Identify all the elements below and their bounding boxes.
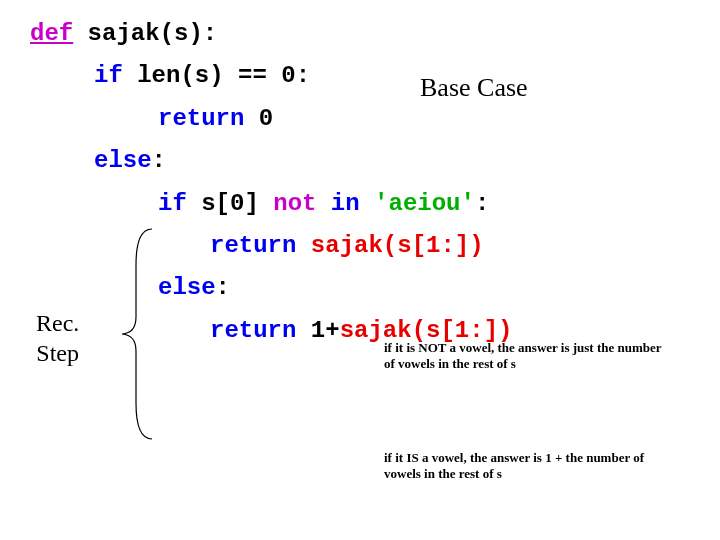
- code-line-if-base: if len(s) == 0:: [30, 60, 690, 92]
- code-line-return-0: return 0: [30, 103, 690, 135]
- kw-def: def: [30, 20, 73, 47]
- code-line-if-vowel: if s[0] not in 'aeiou':: [30, 188, 690, 220]
- str-aeiou: 'aeiou': [360, 190, 475, 217]
- annotation-is-vowel: if it IS a vowel, the answer is 1 + the …: [384, 450, 674, 481]
- retA-call: sajak(s[1:]): [296, 232, 483, 259]
- annotation-base-case: Base Case: [420, 70, 528, 105]
- code-line-else: else:: [30, 145, 690, 177]
- rec-step-line1: Rec.: [36, 310, 79, 336]
- kw-not: not: [273, 190, 316, 217]
- kw-return-a: return: [210, 232, 296, 259]
- kw-else2: else: [158, 274, 216, 301]
- if2-a: s[0]: [187, 190, 273, 217]
- retB-plus: +: [325, 317, 339, 344]
- fn-sig: sajak(s):: [73, 20, 217, 47]
- code-line-def: def sajak(s):: [30, 18, 690, 50]
- kw-in: in: [316, 190, 359, 217]
- brace-icon: [118, 225, 158, 443]
- kw-return-b: return: [210, 317, 296, 344]
- annotation-rec-step: Rec. Step: [36, 308, 79, 368]
- kw-if: if: [94, 62, 123, 89]
- annotation-not-vowel: if it is NOT a vowel, the answer is just…: [384, 340, 674, 371]
- rec-step-line2: Step: [36, 340, 79, 366]
- else2-colon: :: [216, 274, 230, 301]
- if1-cond: len(s) == 0:: [123, 62, 310, 89]
- else-colon: :: [152, 147, 166, 174]
- kw-if2: if: [158, 190, 187, 217]
- kw-else: else: [94, 147, 152, 174]
- if2-colon: :: [475, 190, 489, 217]
- retB-1: 1: [296, 317, 325, 344]
- kw-return: return: [158, 105, 244, 132]
- ret0-val: 0: [244, 105, 273, 132]
